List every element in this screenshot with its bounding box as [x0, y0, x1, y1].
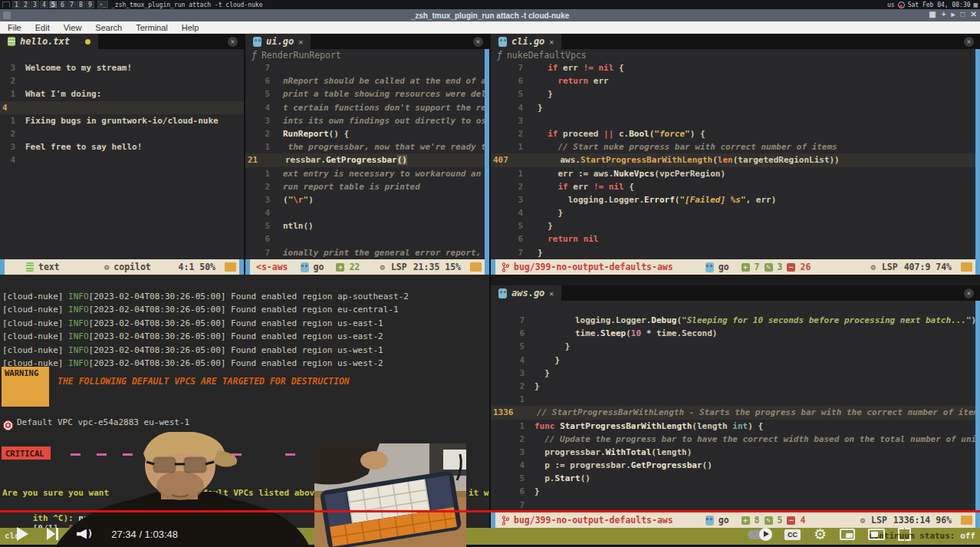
tab-close-icon[interactable]: ✕ — [549, 38, 554, 46]
maximize-icon[interactable]: □ — [961, 10, 965, 18]
removed-lines-icon: − — [787, 263, 795, 272]
fullscreen-button[interactable] — [898, 528, 911, 541]
tab-label: cli.go — [511, 36, 544, 47]
pane-hello-txt[interactable]: hello.txt ✕ 3Welcome to my stream!21What… — [0, 34, 244, 275]
keyboard-layout-indicator[interactable]: us — [887, 2, 895, 8]
tab-ui-go[interactable]: ui.go ✕ — [245, 34, 311, 49]
code-line: 1func StartProgressBarWithLength(length … — [491, 420, 980, 433]
log-line: [cloud-nuke] INFO[2023-02-04T08:30:26-05… — [2, 290, 409, 303]
pane-close-button[interactable]: ✕ — [473, 37, 483, 47]
tab-close-icon[interactable]: ✕ — [298, 38, 303, 46]
pane-cli-go[interactable]: cli.go ✕ ✕ ƒ nukeDefaultVpcs 7 if err !=… — [491, 34, 980, 275]
window-title: _zsh_tmux_plugin_run attach -t cloud-nuk… — [411, 12, 570, 20]
code-line: 2 — [0, 74, 244, 87]
workspace-button-2[interactable]: 2 — [21, 1, 30, 8]
menu-edit[interactable]: Edit — [35, 23, 50, 32]
workspace-switcher: 123456789 — [12, 1, 95, 8]
copilot-label: copilot — [113, 262, 150, 272]
autoplay-toggle[interactable] — [748, 530, 771, 539]
hello-tabbar: hello.txt ✕ — [0, 34, 244, 49]
window-menu-icon[interactable] — [3, 12, 11, 19]
theater-mode-button[interactable] — [868, 529, 885, 540]
volume-button[interactable]: ) — [77, 529, 93, 539]
terminal-launcher-icon[interactable]: >_ — [97, 1, 108, 8]
pane-close-button[interactable]: ✕ — [228, 37, 238, 47]
menu-search[interactable]: Search — [95, 23, 122, 32]
tab-hello-txt[interactable]: hello.txt — [0, 34, 98, 49]
statusline-accent-block — [961, 262, 972, 272]
hello-editor[interactable]: 3Welcome to my stream!21What I'm doing:4… — [0, 49, 244, 167]
code-line: 4 } — [491, 206, 980, 219]
code-line: 4 — [0, 101, 244, 114]
workspace-button-9[interactable]: 9 — [86, 1, 94, 8]
tile-icon[interactable]: ▦ — [929, 10, 936, 18]
cli-editor[interactable]: 7 if err != nil {6 return err5 }4}32 if … — [491, 61, 980, 259]
workspace-button-7[interactable]: 7 — [67, 1, 76, 8]
target-icon — [3, 420, 13, 430]
workspace-button-8[interactable]: 8 — [77, 1, 85, 8]
cursor-position: 407:9 74% — [904, 262, 952, 272]
code-line: 5 } — [491, 340, 980, 353]
menu-terminal[interactable]: Terminal — [136, 23, 168, 32]
pane-divider[interactable] — [244, 34, 245, 275]
video-progress-bar[interactable] — [0, 510, 980, 512]
scrollbar[interactable] — [975, 301, 980, 512]
statusline-accent-block — [470, 262, 482, 272]
play-button[interactable] — [17, 527, 28, 541]
aws-statusline: bug/399-no-output-defaults-aws go + 8 ✎ … — [491, 512, 980, 528]
code-line: 5ntln() — [245, 219, 489, 232]
pane-close-button[interactable]: ✕ — [964, 37, 974, 47]
close-icon[interactable]: ✕ — [971, 10, 977, 18]
git-branch-icon — [502, 516, 509, 526]
captions-button[interactable]: CC — [784, 529, 801, 540]
lsp-label: LSP — [882, 262, 898, 272]
scrollbar[interactable] — [975, 49, 980, 259]
tab-label: hello.txt — [20, 36, 70, 47]
go-icon — [705, 516, 714, 526]
warning-badge: WARNING — [2, 367, 49, 407]
removed-lines-icon: − — [787, 516, 795, 525]
code-line: 4 — [245, 206, 489, 219]
workspace-grid-icon[interactable]: ▦ — [974, 2, 978, 8]
log-line: [cloud-nuke] INFO[2023-02-04T08:30:26-05… — [2, 317, 383, 330]
git-branch-icon — [502, 262, 509, 272]
move-icon[interactable]: + — [942, 10, 946, 18]
language-label: go — [314, 262, 324, 272]
go-file-icon — [498, 288, 507, 298]
workspace-button-1[interactable]: 1 — [12, 1, 21, 8]
ui-editor[interactable]: 76nReport should be called at the end of… — [245, 61, 489, 259]
tab-cli-go[interactable]: cli.go ✕ — [491, 34, 561, 49]
tab-label: aws.go — [511, 288, 544, 298]
pane-divider[interactable] — [489, 34, 491, 547]
modified-dot-icon — [85, 39, 90, 44]
cursor-position: 21:35 15% — [413, 262, 461, 272]
code-line: 4t certain functions don't support the r… — [245, 101, 489, 114]
code-line: 3 logging.Logger.Errorf("[Failed] %s", e… — [491, 193, 980, 206]
removed-count: 26 — [800, 262, 811, 272]
menu-file[interactable]: File — [8, 23, 21, 32]
code-line: 1 // Start nuke progress bar with correc… — [491, 140, 980, 153]
pane-aws-go[interactable]: aws.go ✕ ✕ 7 logging.Logger.Debug("Sleep… — [491, 285, 980, 528]
next-button[interactable] — [47, 528, 58, 540]
tab-aws-go[interactable]: aws.go ✕ — [491, 285, 561, 301]
added-lines-icon: + — [336, 263, 344, 272]
workspace-button-3[interactable]: 3 — [31, 1, 39, 8]
aws-editor[interactable]: 7 logging.Logger.Debug("Sleeping for 10 … — [491, 301, 980, 512]
workspace-button-5[interactable]: 5 — [49, 1, 58, 8]
settings-gear-icon[interactable]: ⚙ — [814, 527, 827, 542]
code-line: 5print a table showing resources were de… — [245, 87, 489, 101]
pane-ui-go[interactable]: ui.go ✕ ✕ ƒ RenderRunReport 76nReport sh… — [245, 34, 489, 275]
tab-close-icon[interactable]: ✕ — [549, 289, 554, 298]
pin-icon[interactable]: ▸ — [952, 10, 955, 18]
menu-help[interactable]: Help — [182, 23, 199, 32]
menu-view[interactable]: View — [64, 23, 82, 32]
pane-close-button[interactable]: ✕ — [964, 288, 974, 298]
code-line: 4 p := progressbar.GetProgressbar() — [491, 459, 980, 472]
workspace-button-4[interactable]: 4 — [40, 1, 48, 8]
taskbar-clock[interactable]: Sat Feb 04, 08:30 — [908, 2, 971, 8]
target-vpc-line: Default VPC vpc-e54a2883 eu-west-1 — [17, 416, 189, 429]
taskbar-window-title[interactable]: _zsh_tmux_plugin_run attach -t cloud-nuk… — [111, 2, 262, 8]
workspace-button-6[interactable]: 6 — [58, 1, 67, 8]
window-titlebar[interactable]: _zsh_tmux_plugin_run attach -t cloud-nuk… — [0, 9, 980, 21]
miniplayer-button[interactable] — [840, 529, 855, 540]
